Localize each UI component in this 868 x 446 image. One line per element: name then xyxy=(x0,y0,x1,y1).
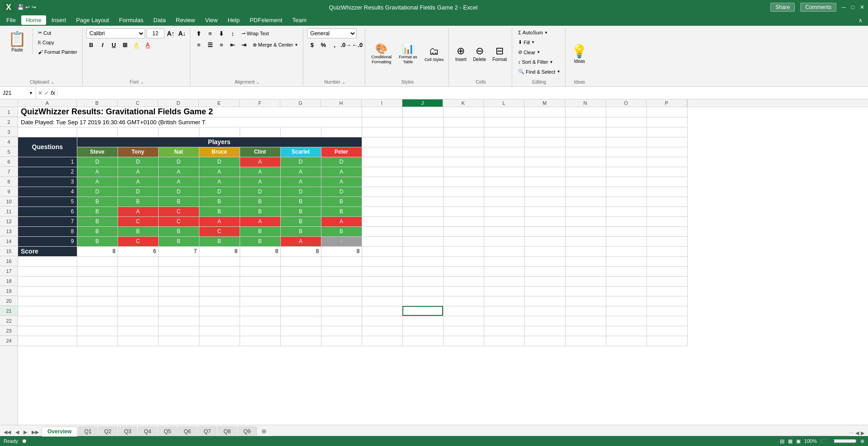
cell-I5[interactable] xyxy=(362,147,402,157)
delete-button[interactable]: ⊖ Delete xyxy=(471,43,488,64)
clear-dropdown[interactable]: ▼ xyxy=(537,50,540,54)
cell-I18[interactable] xyxy=(362,276,402,286)
cell-K20[interactable] xyxy=(443,296,484,306)
cell-B9[interactable]: D xyxy=(77,187,118,197)
cell-F6[interactable]: A xyxy=(240,157,280,167)
cell-D6[interactable]: D xyxy=(158,157,199,167)
cell-A19[interactable] xyxy=(18,286,77,296)
cell-I10[interactable] xyxy=(362,197,402,207)
cell-I9[interactable] xyxy=(362,187,402,197)
sheet-nav-next[interactable]: ▶ xyxy=(22,428,29,436)
cell-D14[interactable]: B xyxy=(158,236,199,246)
cell-K8[interactable] xyxy=(443,177,484,187)
cell-M8[interactable] xyxy=(524,177,565,187)
cell-O23[interactable] xyxy=(606,326,646,336)
border-button[interactable]: ⊞ xyxy=(120,40,130,50)
cell-M24[interactable] xyxy=(524,336,565,346)
sheet-nav-prev-prev[interactable]: ◀◀ xyxy=(2,428,13,436)
row-num-18[interactable]: 18 xyxy=(0,276,18,286)
cell-H21[interactable] xyxy=(321,306,362,316)
cell-A14[interactable]: 9 xyxy=(18,236,77,246)
cell-C21[interactable] xyxy=(118,306,158,316)
cell-N7[interactable] xyxy=(565,167,606,177)
cell-E23[interactable] xyxy=(199,326,240,336)
align-left-button[interactable]: ≡ xyxy=(194,40,204,50)
cell-A17[interactable] xyxy=(18,266,77,276)
cell-E16[interactable] xyxy=(199,256,240,266)
cell-N6[interactable] xyxy=(565,157,606,167)
row-num-2[interactable]: 2 xyxy=(0,117,18,127)
cell-N2[interactable] xyxy=(565,117,606,127)
cell-M7[interactable] xyxy=(524,167,565,177)
cell-J2[interactable] xyxy=(402,117,443,127)
cell-J19[interactable] xyxy=(402,286,443,296)
cell-I13[interactable] xyxy=(362,226,402,236)
maximize-icon[interactable]: □ xyxy=(851,4,854,10)
cell-M22[interactable] xyxy=(524,316,565,326)
cell-I8[interactable] xyxy=(362,177,402,187)
formula-input[interactable] xyxy=(57,87,868,99)
sheet-tab-q7[interactable]: Q7 xyxy=(198,427,217,436)
cell-J20[interactable] xyxy=(402,296,443,306)
menu-review[interactable]: Review xyxy=(171,15,200,25)
cell-P16[interactable] xyxy=(646,256,687,266)
merge-center-dropdown-icon[interactable]: ▼ xyxy=(294,43,298,47)
cell-D22[interactable] xyxy=(158,316,199,326)
sheet-tab-q6[interactable]: Q6 xyxy=(178,427,197,436)
row-num-13[interactable]: 13 xyxy=(0,226,18,236)
add-sheet-button[interactable]: ⊕ xyxy=(258,426,270,436)
cell-F21[interactable] xyxy=(240,306,280,316)
cell-K1[interactable] xyxy=(443,107,484,117)
fill-dropdown[interactable]: ▼ xyxy=(531,40,535,44)
copy-button[interactable]: ⎘ Copy xyxy=(36,38,80,47)
cell-M20[interactable] xyxy=(524,296,565,306)
cell-I15[interactable] xyxy=(362,246,402,256)
cell-F10[interactable]: B xyxy=(240,197,280,207)
cell-J6[interactable] xyxy=(402,157,443,167)
cell-J14[interactable] xyxy=(402,236,443,246)
col-header-C[interactable]: C xyxy=(118,99,158,107)
cell-O17[interactable] xyxy=(606,266,646,276)
cell-J15[interactable] xyxy=(402,246,443,256)
cell-F8[interactable]: A xyxy=(240,177,280,187)
cell-L11[interactable] xyxy=(484,207,524,216)
cell-P9[interactable] xyxy=(646,187,687,197)
cell-M5[interactable] xyxy=(524,147,565,157)
cell-P13[interactable] xyxy=(646,226,687,236)
cell-G18[interactable] xyxy=(280,276,321,286)
font-increase-button[interactable]: A↑ xyxy=(166,28,176,38)
cell-K17[interactable] xyxy=(443,266,484,276)
cell-B18[interactable] xyxy=(77,276,118,286)
cell-E7[interactable]: A xyxy=(199,167,240,177)
cell-M6[interactable] xyxy=(524,157,565,167)
cell-D15[interactable]: 7 xyxy=(158,246,199,256)
cell-H20[interactable] xyxy=(321,296,362,306)
cell-M11[interactable] xyxy=(524,207,565,216)
cell-H16[interactable] xyxy=(321,256,362,266)
cell-N20[interactable] xyxy=(565,296,606,306)
comma-button[interactable]: , xyxy=(330,40,340,50)
sheet-tab-q4[interactable]: Q4 xyxy=(138,427,157,436)
cell-J11[interactable] xyxy=(402,207,443,216)
cell-L2[interactable] xyxy=(484,117,524,127)
cell-K18[interactable] xyxy=(443,276,484,286)
cell-I17[interactable] xyxy=(362,266,402,276)
zoom-in-icon[interactable]: ⊕ xyxy=(860,438,864,444)
row-num-4[interactable]: 4 xyxy=(0,137,18,147)
accounting-format-button[interactable]: $ xyxy=(307,40,317,50)
cell-F20[interactable] xyxy=(240,296,280,306)
cell-G15[interactable]: 8 xyxy=(280,246,321,256)
cell-I1[interactable] xyxy=(362,107,402,117)
cell-H17[interactable] xyxy=(321,266,362,276)
cell-P7[interactable] xyxy=(646,167,687,177)
cell-F24[interactable] xyxy=(240,336,280,346)
cell-P20[interactable] xyxy=(646,296,687,306)
sheet-options-icon[interactable]: ⋯ xyxy=(849,430,854,436)
cell-J7[interactable] xyxy=(402,167,443,177)
merge-center-button[interactable]: ⊕ Merge & Center ▼ xyxy=(250,41,301,49)
cell-N19[interactable] xyxy=(565,286,606,296)
col-header-K[interactable]: K xyxy=(443,99,484,107)
align-center-button[interactable]: ☰ xyxy=(205,40,215,50)
font-size-input[interactable] xyxy=(146,28,165,38)
cell-B14[interactable]: B xyxy=(77,236,118,246)
